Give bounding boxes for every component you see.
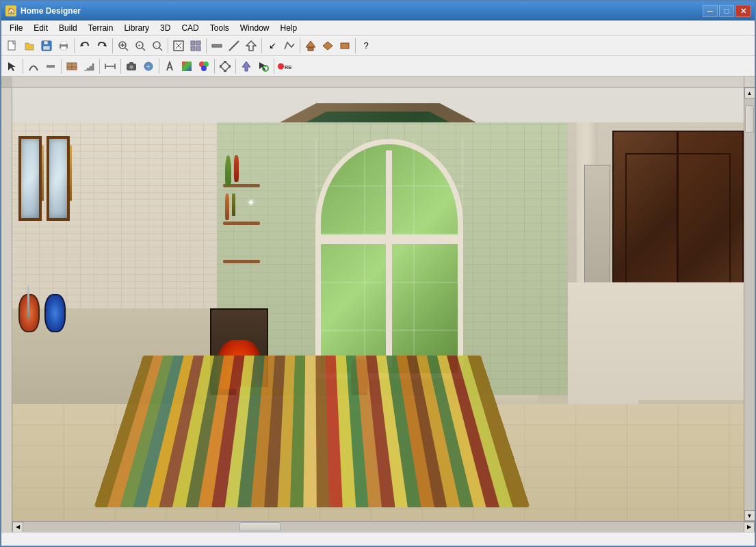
maximize-button[interactable]: □ <box>719 5 734 17</box>
draw-walls-button[interactable] <box>209 38 225 54</box>
tb2-sep-4 <box>120 59 121 74</box>
open-button[interactable] <box>21 38 38 54</box>
svg-marker-56 <box>242 62 250 71</box>
polyline-button[interactable] <box>281 38 298 54</box>
status-bar <box>1 532 755 546</box>
tb2-sep-8 <box>274 59 274 74</box>
menu-cad[interactable]: CAD <box>176 22 204 34</box>
paint-tool[interactable] <box>161 58 178 75</box>
app-icon: 🏠 <box>5 5 16 16</box>
wall-sconce-1 <box>42 145 44 201</box>
title-bar-left: 🏠 Home Designer <box>5 5 81 16</box>
horizontal-ruler <box>12 77 744 88</box>
svg-rect-5 <box>61 46 66 50</box>
zoom-in-button[interactable]: + <box>132 38 148 54</box>
shelf-item-1 <box>225 155 231 186</box>
tb2-sep-1 <box>23 59 23 74</box>
scrollbar-thumb-horizontal[interactable] <box>239 522 281 531</box>
menu-tools[interactable]: Tools <box>205 22 235 34</box>
tb-sep-2 <box>112 38 113 53</box>
stairs-tool[interactable] <box>81 58 97 75</box>
gradient-tool[interactable] <box>179 58 195 75</box>
toolbar-1: + - ↙ <box>1 36 755 56</box>
svg-rect-47 <box>182 62 192 71</box>
undo-button[interactable] <box>77 38 93 54</box>
help-btn[interactable]: ? <box>358 38 374 54</box>
menu-bar: File Edit Build Terrain Library 3D CAD T… <box>1 21 755 36</box>
scrollbar-track-vertical[interactable] <box>744 98 755 510</box>
arc-tool[interactable] <box>25 58 42 75</box>
menu-build[interactable]: Build <box>53 22 83 34</box>
toolbar-2: + REC <box>1 56 755 77</box>
scrollbar-down-button[interactable]: ▼ <box>744 510 755 521</box>
scrollbar-right-button[interactable]: ▶ <box>744 522 755 533</box>
transform-tool[interactable] <box>217 58 233 75</box>
foundation-btn[interactable] <box>337 38 353 54</box>
scrollbar-left-button[interactable]: ◀ <box>12 522 23 533</box>
wall-tool[interactable] <box>42 58 59 75</box>
horizontal-scrollbar[interactable]: ◀ ▶ <box>12 521 755 532</box>
select-tool[interactable] <box>4 58 21 75</box>
arrow-button[interactable] <box>243 38 259 54</box>
pointer-button[interactable]: ↙ <box>264 38 281 54</box>
camera-tool[interactable] <box>123 58 140 75</box>
scrollbar-track-horizontal[interactable] <box>23 522 744 532</box>
tb2-sep-2 <box>61 59 62 74</box>
cabinet-tool[interactable] <box>64 58 80 75</box>
svg-text:REC: REC <box>285 64 292 70</box>
record-button[interactable]: REC <box>276 58 293 75</box>
scrollbar-thumb-vertical[interactable] <box>745 105 754 133</box>
floor-btn[interactable] <box>320 38 336 54</box>
svg-marker-51 <box>220 62 230 71</box>
close-button[interactable]: ✕ <box>735 5 751 17</box>
menu-terrain[interactable]: Terrain <box>83 22 119 34</box>
roof-btn[interactable] <box>302 38 319 54</box>
main-area: ✦ <box>1 77 755 532</box>
dimension-tool[interactable] <box>102 58 118 75</box>
shelf-2 <box>223 222 260 225</box>
svg-point-50 <box>201 66 207 71</box>
sink-bowl-2 <box>44 294 66 332</box>
draw-line-button[interactable] <box>226 38 242 54</box>
new-button[interactable] <box>4 38 21 54</box>
svg-rect-30 <box>308 47 313 51</box>
faucet-1 <box>27 285 29 319</box>
svg-rect-44 <box>129 62 133 64</box>
redo-button[interactable] <box>94 38 110 54</box>
tb-sep-5 <box>261 38 262 53</box>
zoom-out-button[interactable]: - <box>149 38 166 54</box>
material-tool[interactable] <box>196 58 212 75</box>
vertical-ruler <box>1 77 12 532</box>
symbols-tool[interactable]: + <box>140 58 157 75</box>
shelf-item-4 <box>232 194 235 217</box>
vertical-scrollbar[interactable]: ▲ ▼ <box>744 88 755 521</box>
menu-edit[interactable]: Edit <box>28 22 53 34</box>
canvas-main[interactable]: ✦ <box>12 88 744 521</box>
svg-rect-26 <box>212 44 222 47</box>
tb2-sep-7 <box>235 59 236 74</box>
cursor-transform-tool[interactable] <box>255 58 272 75</box>
svg-line-17 <box>159 48 162 51</box>
sparkle-decoration: ✦ <box>247 197 255 208</box>
menu-file[interactable]: File <box>4 22 28 34</box>
tb2-sep-6 <box>214 59 215 74</box>
svg-rect-25 <box>196 46 200 51</box>
shelf-3 <box>223 260 260 263</box>
window-title: Home Designer <box>21 6 81 16</box>
scrollbar-up-button[interactable]: ▲ <box>744 88 755 98</box>
menu-help[interactable]: Help <box>274 22 302 34</box>
save-button[interactable] <box>38 38 55 54</box>
svg-rect-34 <box>47 65 55 68</box>
menu-3d[interactable]: 3D <box>155 22 176 34</box>
svg-text:+: + <box>146 64 150 70</box>
svg-line-10 <box>125 48 128 51</box>
print-button[interactable] <box>55 38 72 54</box>
arrow-up-tool[interactable] <box>238 58 255 75</box>
select-all-button[interactable] <box>187 38 204 54</box>
minimize-button[interactable]: ─ <box>703 5 718 17</box>
zoom-realtime-button[interactable] <box>115 38 131 54</box>
fit-window-button[interactable] <box>170 38 187 54</box>
menu-window[interactable]: Window <box>235 22 275 34</box>
tb-sep-7 <box>355 38 356 53</box>
menu-library[interactable]: Library <box>118 22 155 34</box>
